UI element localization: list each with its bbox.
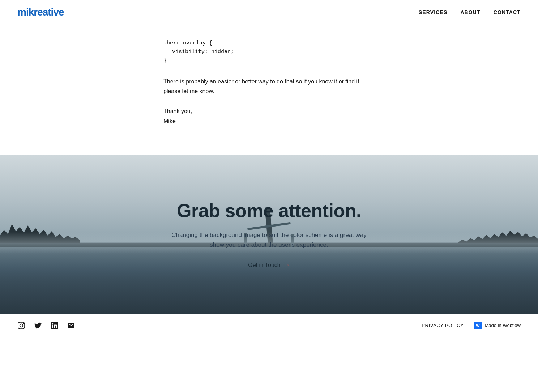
article-body: .hero-overlay { visibility: hidden; } Th… bbox=[146, 25, 392, 155]
nav-services[interactable]: SERVICES bbox=[419, 9, 448, 15]
linkedin-icon[interactable] bbox=[51, 322, 59, 329]
social-icons bbox=[17, 322, 75, 329]
nav-contact[interactable]: CONTACT bbox=[494, 9, 521, 15]
cta-arrow-icon: → bbox=[283, 261, 290, 269]
webflow-icon: W bbox=[474, 322, 482, 329]
privacy-policy-link[interactable]: PRIVACY POLICY bbox=[422, 323, 464, 328]
code-line-1: .hero-overlay { bbox=[163, 39, 375, 48]
email-icon[interactable] bbox=[67, 322, 75, 329]
hero-subtitle: Changing the background image to suit th… bbox=[168, 230, 370, 250]
webflow-label: Made in Webflow bbox=[485, 323, 521, 328]
main-content: .hero-overlay { visibility: hidden; } Th… bbox=[0, 25, 538, 314]
hero-content: Grab some attention. Changing the backgr… bbox=[159, 200, 379, 269]
footer-right: PRIVACY POLICY W Made in Webflow bbox=[422, 322, 521, 329]
site-header: mikreative SERVICES ABOUT CONTACT bbox=[0, 0, 538, 25]
code-line-2: visibility: hidden; bbox=[163, 48, 375, 56]
site-footer: PRIVACY POLICY W Made in Webflow bbox=[0, 314, 538, 337]
body-paragraph: There is probably an easier or better wa… bbox=[163, 77, 375, 96]
cta-button[interactable]: Get in Touch → bbox=[248, 261, 290, 269]
sign-off-line1: Thank you, bbox=[163, 106, 375, 116]
site-logo[interactable]: mikreative bbox=[17, 7, 64, 18]
hero-title: Grab some attention. bbox=[168, 200, 370, 221]
twitter-icon[interactable] bbox=[34, 322, 42, 329]
nav-about[interactable]: ABOUT bbox=[460, 9, 480, 15]
cta-text: Get in Touch bbox=[248, 262, 281, 268]
code-block: .hero-overlay { visibility: hidden; } bbox=[163, 39, 375, 65]
instagram-icon[interactable] bbox=[17, 322, 25, 329]
code-line-3: } bbox=[163, 56, 375, 65]
main-nav: SERVICES ABOUT CONTACT bbox=[419, 9, 521, 15]
sign-off-line2: Mike bbox=[163, 116, 375, 126]
sign-off: Thank you, Mike bbox=[163, 106, 375, 126]
webflow-badge[interactable]: W Made in Webflow bbox=[474, 322, 521, 329]
hero-section: Grab some attention. Changing the backgr… bbox=[0, 155, 538, 314]
